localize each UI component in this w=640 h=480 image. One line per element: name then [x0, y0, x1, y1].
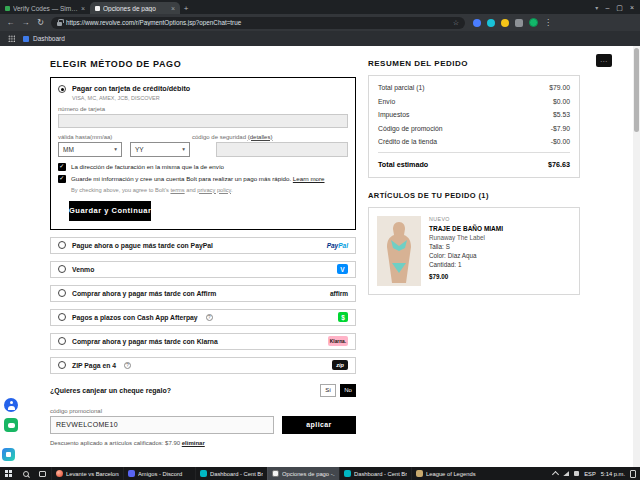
taskbar-app-edge-levante[interactable]: Levante vs Barcelona...: [51, 467, 123, 480]
tab-close-icon[interactable]: [171, 5, 175, 12]
billing-checkbox-row[interactable]: La dirección de facturación en la misma …: [58, 163, 348, 171]
klarna-radio[interactable]: [58, 337, 66, 345]
minimize-button[interactable]: [605, 4, 609, 11]
apps-grid-icon[interactable]: [8, 35, 15, 42]
payment-option-affirm[interactable]: Comprar ahora y pagar más tarde con Affi…: [50, 285, 356, 302]
taskbar-app-opciones-de-pago[interactable]: Opciones de pago -...: [267, 467, 339, 480]
card-radio[interactable]: [58, 85, 66, 93]
gift-yes-button[interactable]: Sí: [320, 384, 336, 397]
close-button[interactable]: [630, 4, 634, 11]
browser-menu-icon[interactable]: [544, 19, 552, 27]
product-image[interactable]: [377, 216, 421, 286]
paypal-logo: PayPal: [327, 242, 348, 249]
taskbar-app-league-of-legends[interactable]: League of Legends: [411, 467, 483, 480]
privacy-policy-link[interactable]: privacy policy: [197, 187, 231, 193]
venmo-radio[interactable]: [58, 265, 66, 273]
help-icon[interactable]: [124, 362, 131, 369]
payment-option-venmo[interactable]: Venmo V: [50, 261, 356, 278]
taskbar-app-dashboard-1[interactable]: Dashboard - Cent Br...: [195, 467, 267, 480]
new-tab-button[interactable]: [180, 2, 192, 14]
accessibility-widget-button[interactable]: [4, 398, 18, 412]
revolve-favicon: [272, 470, 279, 477]
volume-icon[interactable]: [574, 471, 579, 476]
bolt-agreement-text: By checking above, you agree to Bolt's t…: [58, 187, 348, 193]
cvv-details-link[interactable]: (detalles): [248, 134, 273, 140]
language-indicator[interactable]: ESP: [584, 471, 596, 477]
order-items-heading: ARTÍCULOS DE TU PEDIDO (1): [368, 191, 580, 200]
payment-option-zip[interactable]: ZIP Paga en 4 zip: [50, 357, 356, 374]
payment-option-paypal[interactable]: Pague ahora o pague más tarde con PayPal…: [50, 237, 356, 254]
card-payment-section: Pagar con tarjeta de crédito/débito VISA…: [50, 77, 356, 230]
cvv-input[interactable]: [216, 142, 348, 157]
page-scrollbar[interactable]: [633, 46, 640, 467]
url-text: https://www.revolve.com/r/PaymentOptions…: [66, 19, 449, 26]
card-option-subtitle: VISA, MC, AMEX, JCB, DISCOVER: [72, 95, 190, 101]
search-icon: [23, 471, 29, 477]
product-name[interactable]: TRAJE DE BAÑO MIAMI: [429, 224, 503, 233]
payment-option-klarna[interactable]: Comprar ahora y pagar más tarde con Klar…: [50, 333, 356, 350]
product-badge: NUEVO: [429, 216, 503, 224]
browser-tab-simplycodes[interactable]: Verify Codes — SimplyCodes: [0, 2, 90, 14]
promo-input[interactable]: [50, 416, 274, 434]
maximize-button[interactable]: [616, 4, 623, 11]
address-bar[interactable]: https://www.revolve.com/r/PaymentOptions…: [51, 17, 465, 29]
taskbar-app-dashboard-2[interactable]: Dashboard - Cent Br...: [339, 467, 411, 480]
extensions-puzzle-icon[interactable]: [515, 19, 523, 27]
learn-more-link[interactable]: Learn more: [293, 175, 325, 182]
affirm-logo: affirm: [330, 290, 348, 297]
scrollbar-thumb[interactable]: [634, 48, 639, 132]
save-continue-button[interactable]: Guardar y Continuar: [69, 201, 151, 221]
payment-option-cashapp-afterpay[interactable]: Pagos a plazos con Cash App Afterpay $: [50, 309, 356, 326]
product-brand: Runaway The Label: [429, 233, 503, 242]
expiry-year-select[interactable]: YY: [130, 142, 190, 157]
gift-no-button[interactable]: No: [340, 384, 356, 397]
remove-discount-link[interactable]: eliminar: [182, 440, 205, 446]
notification-center-icon[interactable]: [630, 470, 636, 478]
cashapp-radio[interactable]: [58, 313, 66, 321]
zip-logo: zip: [332, 360, 348, 370]
bookmark-item-dashboard[interactable]: Dashboard: [23, 35, 65, 42]
zip-radio[interactable]: [58, 361, 66, 369]
profile-avatar[interactable]: [529, 18, 538, 27]
bolt-checkbox[interactable]: [58, 175, 66, 183]
clock[interactable]: 5:14 p.m.: [601, 471, 625, 477]
forward-button[interactable]: [21, 19, 30, 27]
windows-taskbar: Levante vs Barcelona... Amigos - Discord…: [0, 467, 640, 480]
tab-search-caret-icon[interactable]: [595, 4, 598, 11]
league-of-legends-icon: [416, 470, 423, 477]
network-icon[interactable]: [563, 471, 569, 476]
extension-icon-teal[interactable]: [487, 19, 495, 27]
gift-question: ¿Quieres canjear un cheque regalo?: [50, 387, 171, 394]
apply-button[interactable]: aplicar: [282, 416, 356, 434]
taskbar-search-button[interactable]: [17, 467, 34, 480]
bolt-checkbox-row[interactable]: Guarde mi información y cree una cuenta …: [58, 175, 348, 183]
extension-icon-blue[interactable]: [473, 19, 481, 27]
help-icon[interactable]: [206, 314, 213, 321]
bookmarks-bar: Dashboard: [0, 31, 640, 46]
reload-button[interactable]: [36, 19, 45, 27]
paypal-radio[interactable]: [58, 241, 66, 249]
summary-divider: [378, 152, 570, 153]
chat-launcher-button[interactable]: [2, 448, 15, 461]
billing-checkbox[interactable]: [58, 163, 66, 171]
browser-tab-opciones-de-pago[interactable]: Opciones de pago: [90, 2, 180, 14]
summary-heading: RESUMEN DEL PEDIDO: [368, 59, 580, 68]
extension-icon-yellow[interactable]: [501, 19, 509, 27]
tray-expand-icon[interactable]: [552, 471, 559, 478]
task-view-button[interactable]: [34, 467, 51, 480]
card-payment-option[interactable]: Pagar con tarjeta de crédito/débito VISA…: [58, 85, 348, 101]
start-button[interactable]: [0, 467, 17, 480]
affirm-radio[interactable]: [58, 289, 66, 297]
chat-widget-button[interactable]: [596, 54, 612, 67]
card-number-input[interactable]: [58, 114, 348, 128]
product-size: Talla:S: [429, 242, 503, 251]
summary-row-subtotal: Total parcial (1)$79.00: [378, 84, 570, 91]
taskbar-app-discord[interactable]: Amigos - Discord: [123, 467, 195, 480]
back-button[interactable]: [6, 19, 15, 27]
expiry-month-select[interactable]: MM: [58, 142, 122, 157]
browser-tab-strip: Verify Codes — SimplyCodes Opciones de p…: [0, 0, 640, 14]
terms-link[interactable]: terms: [170, 187, 184, 193]
bookmark-star-icon[interactable]: [453, 19, 459, 26]
chat-widget-floating-button[interactable]: [4, 418, 18, 432]
tab-close-icon[interactable]: [81, 5, 85, 12]
